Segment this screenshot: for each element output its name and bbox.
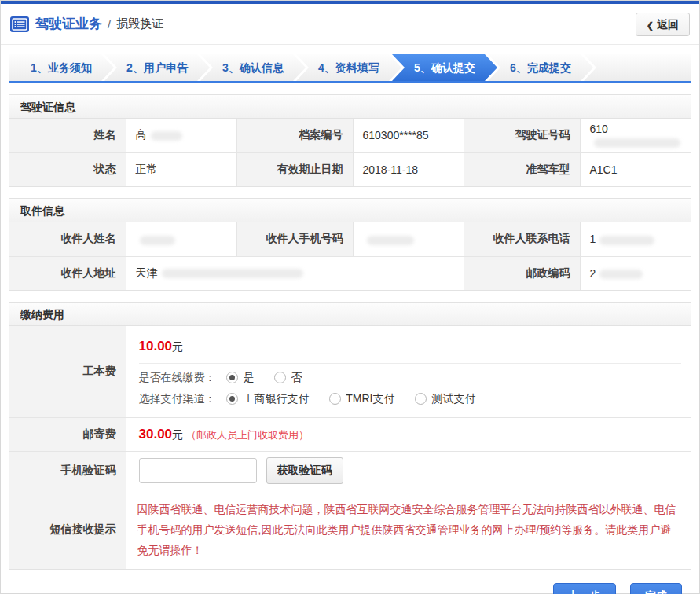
postage-note: （邮政人员上门收取费用）: [186, 429, 309, 441]
vehicle-class-value: A1C1: [580, 152, 691, 186]
radio-option-yes[interactable]: 是: [226, 371, 254, 383]
radio-tmri-icon[interactable]: [329, 393, 341, 405]
step-5-label: 5、确认提交: [414, 61, 475, 74]
get-captcha-button[interactable]: 获取验证码: [266, 457, 343, 484]
radio-option-icbc[interactable]: 工商银行支付: [226, 392, 309, 405]
recipient-address-value: 天津: [126, 256, 464, 290]
sms-captcha-label: 手机验证码: [9, 451, 126, 490]
page-header: 驾驶证业务 / 损毁换证 ❮返回: [1, 4, 699, 45]
payment-channel-label: 选择支付渠道：: [139, 392, 216, 405]
table-row: 状态 正常 有效期止日期 2018-11-18 准驾车型 A1C1: [9, 152, 691, 186]
footer-actions: 上一步 完成: [9, 570, 691, 594]
step-4-fill-data: 4、资料填写: [296, 54, 401, 81]
breadcrumb-separator: /: [108, 17, 111, 31]
production-fee-cell: 10.00元 是否在线缴费： 是 否 选择支付渠道： 工商银行支付 TMRI支付…: [126, 326, 691, 417]
name-label: 姓名: [9, 119, 126, 152]
section-pickup-info: 取件信息 收件人姓名 收件人手机号码 收件人联系电话 1 收件人地址 天津 邮政…: [9, 198, 691, 291]
table-row: 短信接收提示 因陕西省联通、电信运营商技术问题，陕西省互联网交通安全综合服务管理…: [9, 490, 691, 569]
status-value: 正常: [126, 152, 236, 186]
recipient-mobile-value: [353, 222, 464, 256]
breadcrumb-current: 损毁换证: [116, 16, 163, 31]
masked-blur: [367, 236, 414, 245]
step-3-label: 3、确认信息: [222, 61, 284, 74]
zip-code-label: 邮政编码: [464, 256, 580, 290]
step-wizard: 1、业务须知 2、用户申告 3、确认信息 4、资料填写 5、确认提交 6、完成提…: [9, 54, 691, 83]
captcha-input[interactable]: [139, 458, 257, 483]
masked-blur: [599, 270, 643, 279]
section-payment-fees: 缴纳费用 工本费 10.00元 是否在线缴费： 是 否 选择支付渠道: [9, 302, 691, 570]
step-6-label: 6、完成提交: [510, 61, 571, 74]
recipient-phone-value: 1: [580, 222, 691, 256]
section-license-info: 驾驶证信息 姓名 高 档案编号 610300****85 驾驶证号码 610 状…: [9, 94, 691, 187]
main-content: 驾驶证信息 姓名 高 档案编号 610300****85 驾驶证号码 610 状…: [1, 94, 699, 594]
radio-yes-icon[interactable]: [226, 372, 238, 383]
license-info-table: 姓名 高 档案编号 610300****85 驾驶证号码 610 状态 正常 有…: [9, 119, 691, 186]
production-fee-label: 工本费: [9, 326, 126, 417]
step-1-business-notice: 1、业务须知: [9, 54, 114, 81]
pickup-info-table: 收件人姓名 收件人手机号码 收件人联系电话 1 收件人地址 天津 邮政编码 2: [9, 222, 691, 290]
recipient-name-label: 收件人姓名: [9, 222, 126, 256]
sms-captcha-cell: 获取验证码: [126, 451, 691, 490]
table-row: 收件人地址 天津 邮政编码 2: [9, 256, 691, 290]
section-pickup-title: 取件信息: [9, 199, 691, 222]
step-2-label: 2、用户申告: [126, 61, 188, 74]
online-payment-option-row: 是否在线缴费： 是 否: [126, 364, 691, 385]
radio-option-no[interactable]: 否: [274, 371, 302, 383]
section-payment-title: 缴纳费用: [9, 302, 691, 326]
online-payment-label: 是否在线缴费：: [139, 371, 216, 383]
postage-fee-value: 30.00元（邮政人员上门收取费用）: [126, 417, 691, 451]
recipient-name-value: [126, 222, 236, 256]
radio-no-icon[interactable]: [274, 372, 286, 383]
zip-code-value: 2: [580, 256, 691, 290]
previous-step-button[interactable]: 上一步: [553, 583, 616, 594]
license-list-icon: [10, 16, 29, 32]
back-chevron-icon: ❮: [647, 20, 654, 30]
step-3-confirm-info: 3、确认信息: [200, 54, 306, 81]
expiry-date-label: 有效期止日期: [236, 152, 353, 186]
recipient-mobile-label: 收件人手机号码: [236, 222, 353, 256]
production-fee-amount: 10.00元: [126, 328, 691, 363]
table-row: 收件人姓名 收件人手机号码 收件人联系电话 1: [9, 222, 691, 256]
table-row: 姓名 高 档案编号 610300****85 驾驶证号码 610: [9, 119, 691, 152]
recipient-address-label: 收件人地址: [9, 256, 126, 290]
name-value: 高: [126, 119, 236, 152]
page-container: 驾驶证业务 / 损毁换证 ❮返回 1、业务须知 2、用户申告 3、确认信息 4、…: [0, 0, 700, 594]
license-number-label: 驾驶证号码: [464, 119, 580, 152]
payment-table: 工本费 10.00元 是否在线缴费： 是 否 选择支付渠道： 工商银行支付 TM…: [9, 326, 691, 569]
table-row: 工本费 10.00元 是否在线缴费： 是 否 选择支付渠道： 工商银行支付 TM…: [9, 326, 691, 417]
step-wizard-filler: [584, 54, 691, 81]
page-title: 驾驶证业务: [35, 15, 102, 33]
step-2-user-declaration: 2、用户申告: [104, 54, 210, 81]
masked-blur: [140, 236, 175, 245]
license-number-value: 610: [580, 119, 691, 152]
status-label: 状态: [9, 152, 126, 186]
captcha-row: 获取验证码: [126, 452, 691, 490]
sms-notice-cell: 因陕西省联通、电信运营商技术问题，陕西省互联网交通安全综合服务管理平台无法向持陕…: [126, 490, 691, 569]
step-6-finish-submit: 6、完成提交: [488, 54, 593, 81]
section-license-title: 驾驶证信息: [9, 95, 691, 119]
back-button[interactable]: ❮返回: [636, 13, 690, 36]
expiry-date-value: 2018-11-18: [353, 152, 464, 186]
masked-blur: [599, 236, 654, 245]
radio-option-test[interactable]: 测试支付: [415, 392, 475, 405]
step-1-label: 1、业务须知: [31, 61, 92, 74]
finish-button[interactable]: 完成: [630, 583, 682, 594]
masked-blur: [151, 131, 182, 141]
masked-blur: [594, 138, 680, 148]
payment-channel-option-row: 选择支付渠道： 工商银行支付 TMRI支付 测试支付: [126, 385, 691, 416]
sms-notice-text: 因陕西省联通、电信运营商技术问题，陕西省互联网交通安全综合服务管理平台无法向持陕…: [126, 490, 691, 569]
recipient-phone-label: 收件人联系电话: [464, 222, 580, 256]
step-4-label: 4、资料填写: [318, 61, 379, 74]
table-row: 邮寄费 30.00元（邮政人员上门收取费用）: [9, 417, 691, 451]
file-number-label: 档案编号: [236, 119, 353, 152]
vehicle-class-label: 准驾车型: [464, 152, 580, 186]
radio-option-tmri[interactable]: TMRI支付: [329, 392, 394, 405]
sms-notice-label: 短信接收提示: [9, 490, 126, 569]
masked-blur: [162, 269, 303, 278]
step-5-confirm-submit-active: 5、确认提交: [392, 54, 497, 81]
radio-icbc-icon[interactable]: [226, 393, 238, 405]
file-number-value: 610300****85: [353, 119, 464, 152]
radio-test-icon[interactable]: [415, 393, 427, 405]
table-row: 手机验证码 获取验证码: [9, 451, 691, 490]
postage-fee-label: 邮寄费: [9, 417, 126, 451]
